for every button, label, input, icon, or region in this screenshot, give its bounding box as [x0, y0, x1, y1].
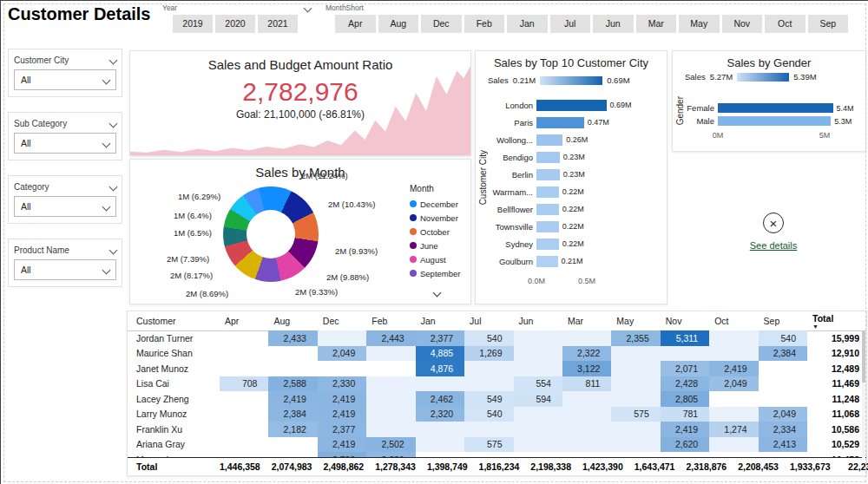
matrix-cell: [611, 346, 660, 362]
year-slicer-chevron-icon[interactable]: [304, 4, 312, 13]
slicer-dropdown-category[interactable]: All: [14, 196, 116, 217]
matrix-cell: [514, 330, 562, 346]
bar-female[interactable]: [718, 103, 833, 113]
chevron-down-icon[interactable]: [109, 119, 118, 128]
month-option-nov[interactable]: Nov: [722, 15, 763, 33]
bar-wollong[interactable]: [536, 134, 562, 146]
matrix-cell: 540: [464, 330, 513, 346]
legend-label: December: [420, 199, 458, 209]
bar-row-goulburn: Goulburn0.21M: [488, 252, 658, 270]
bar-goulburn[interactable]: [536, 256, 558, 267]
bar-townsville[interactable]: [536, 221, 559, 232]
matrix-row[interactable]: Lisa Cai7082,5882,3305548112,4282,04911,…: [128, 376, 866, 392]
chevron-down-icon[interactable]: [109, 245, 118, 254]
matrix-column-header-nov[interactable]: Nov: [661, 316, 709, 326]
matrix-scrollbar[interactable]: [862, 330, 865, 458]
matrix-scrollbar-thumb[interactable]: [862, 330, 865, 383]
matrix-column-header-total[interactable]: Total▼: [807, 312, 866, 330]
matrix-row[interactable]: Ariana Gray2,4192,5025752,6202,41310,529: [128, 437, 866, 453]
close-icon[interactable]: ×: [763, 213, 784, 233]
city-bars: London0.69MParis0.47MWollong...0.26MBend…: [488, 96, 658, 270]
bar-berlin[interactable]: [536, 169, 560, 180]
matrix-cell: 2,620: [661, 437, 709, 453]
see-details-group: × See details: [740, 213, 806, 252]
year-option-2020[interactable]: 2020: [215, 15, 255, 33]
legend-item-june[interactable]: June: [410, 239, 460, 252]
matrix-column-header-dec[interactable]: Dec: [318, 316, 366, 326]
chevron-down-icon[interactable]: [109, 56, 118, 64]
kpi-value: 2,782,976: [130, 77, 470, 107]
bar-paris[interactable]: [536, 117, 584, 128]
bar-male[interactable]: [718, 116, 831, 126]
matrix-cell: 549: [464, 391, 513, 407]
matrix-cell: [709, 437, 758, 453]
matrix-row[interactable]: Maurice Shan2,0494,8851,2692,3222,38412,…: [128, 346, 866, 362]
bar-row-warrnam: Warrnam...0.22M: [488, 183, 658, 200]
slicer-dropdown-customer-city[interactable]: All: [14, 69, 116, 90]
matrix-cell: [220, 361, 268, 376]
month-option-jun[interactable]: Jun: [593, 15, 634, 33]
matrix-column-header-jul[interactable]: Jul: [464, 316, 513, 326]
month-option-dec[interactable]: Dec: [421, 15, 462, 33]
see-details-link[interactable]: See details: [750, 240, 797, 251]
slicer-dropdown-sub-category[interactable]: All: [14, 133, 116, 154]
matrix-row[interactable]: Franklin Xu2,1822,3772,4191,2742,33410,5…: [128, 422, 866, 437]
kpi-title: Sales and Budget Amount Ratio: [130, 57, 470, 72]
month-option-apr[interactable]: Apr: [335, 15, 376, 33]
legend-item-november[interactable]: November: [410, 211, 460, 225]
month-option-mar[interactable]: Mar: [636, 15, 677, 33]
matrix-row[interactable]: Lacey Zheng2,4192,4192,4625495942,80511,…: [128, 391, 866, 407]
x-axis-tick: 0M: [713, 131, 724, 140]
bar-row-london: London0.69M: [488, 96, 658, 114]
bar-bellflower[interactable]: [536, 204, 559, 215]
matrix-column-total: 2,498,862: [323, 458, 375, 475]
matrix-column-header-feb[interactable]: Feb: [366, 316, 415, 326]
year-option-2019[interactable]: 2019: [173, 15, 213, 33]
matrix-column-header-jun[interactable]: Jun: [514, 316, 562, 326]
donut-data-label: 2M (10.43%): [328, 199, 375, 209]
matrix-column-header-apr[interactable]: Apr: [220, 316, 268, 326]
matrix-row[interactable]: Jordan Turner2,4332,4432,3775402,3555,31…: [128, 330, 866, 346]
matrix-column-header-may[interactable]: May: [611, 316, 660, 326]
legend-item-august[interactable]: August: [410, 252, 460, 266]
bar-warrnam[interactable]: [536, 186, 559, 198]
matrix-row-header: Franklin Xu: [128, 422, 220, 437]
month-option-sep[interactable]: Sep: [808, 15, 849, 33]
bar-bendigo[interactable]: [536, 152, 560, 163]
legend-item-september[interactable]: September: [410, 266, 460, 280]
month-option-aug[interactable]: Aug: [378, 15, 419, 33]
chevron-down-icon[interactable]: [109, 182, 118, 191]
matrix-column-header-sep[interactable]: Sep: [759, 316, 807, 326]
month-option-may[interactable]: May: [679, 15, 720, 33]
gender-y-axis-title: Gender: [675, 96, 685, 125]
matrix-row[interactable]: Larry Munoz2,3842,4192,3205405757812,049…: [128, 407, 866, 422]
year-option-2021[interactable]: 2021: [258, 15, 298, 33]
month-option-oct[interactable]: Oct: [765, 15, 806, 33]
month-option-jan[interactable]: Jan: [507, 15, 548, 33]
bar-sydney[interactable]: [536, 239, 559, 250]
matrix-column-header-customer[interactable]: Customer: [128, 316, 220, 326]
slicer-dropdown-product-name[interactable]: All: [14, 259, 116, 280]
matrix-column-header-jan[interactable]: Jan: [416, 316, 464, 326]
legend-item-october[interactable]: October: [410, 225, 460, 239]
matrix-cell: 2,049: [709, 376, 758, 392]
legend-label: August: [420, 255, 446, 265]
matrix-cell: [416, 437, 464, 453]
donut-data-label: 1M (6.5%): [174, 228, 212, 238]
matrix-column-header-aug[interactable]: Aug: [268, 316, 317, 326]
matrix-cell: [611, 376, 660, 392]
bar-value-label: 0.22M: [562, 187, 584, 196]
bar-category-label: Goulburn: [488, 257, 533, 266]
bar-london[interactable]: [536, 100, 607, 111]
donut-data-label: 2M (8.69%): [186, 289, 228, 298]
month-slicer-label: MonthShort: [326, 3, 364, 12]
matrix-column-header-mar[interactable]: Mar: [562, 316, 611, 326]
matrix-row[interactable]: Janet Munoz4,8763,1222,0712,41912,489: [128, 361, 866, 376]
matrix-cell: 2,322: [562, 346, 611, 362]
month-option-feb[interactable]: Feb: [464, 15, 505, 33]
donut-chart[interactable]: [223, 186, 319, 282]
legend-item-december[interactable]: December: [410, 197, 460, 211]
matrix-cell: [220, 391, 268, 407]
month-option-jul[interactable]: Jul: [550, 15, 591, 33]
matrix-column-header-oct[interactable]: Oct: [709, 316, 758, 326]
